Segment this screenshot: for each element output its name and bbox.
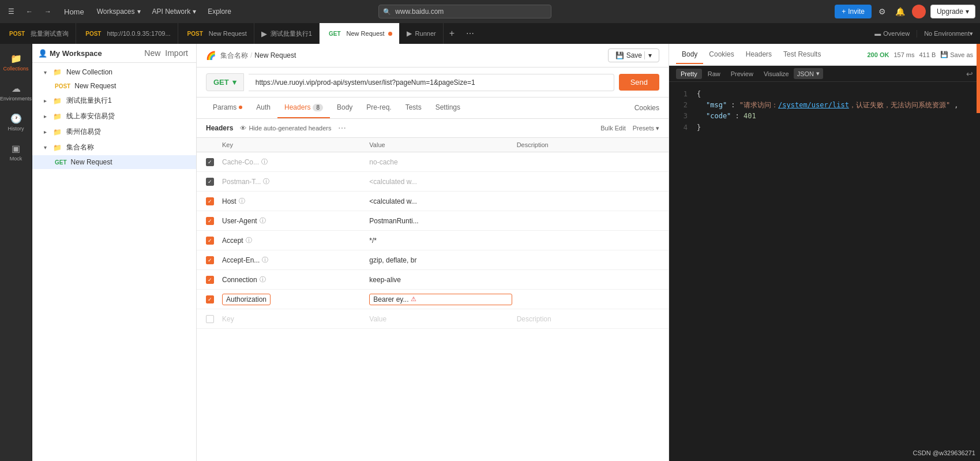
wrap-toggle-button[interactable]: ↩ [966,69,973,78]
environment-select[interactable]: No Environment ▾ [917,30,980,38]
line-number: 1 [676,89,688,100]
headers-toolbar: Headers 👁 Hide auto-generated headers ⋯ … [197,119,669,138]
forward-button[interactable]: → [41,5,55,18]
api-network-dropdown[interactable]: API Network ▾ [149,5,200,18]
sidebar-item-collection-name[interactable]: ▾ 📁 集合名称 [32,140,196,155]
resp-tab-body[interactable]: Body [676,46,703,64]
table-row: ✓ Authorization Bearer ey... ⚠ [197,290,669,309]
table-row: ✓ Accept ⓘ */* [197,231,669,250]
notifications-button[interactable]: 🔔 [893,5,907,18]
new-key-input[interactable]: Key [222,315,234,323]
sidebar-history-button[interactable]: 🕐 History [2,108,30,136]
row-checkbox[interactable]: ✓ [206,197,214,205]
tab-new-request-post[interactable]: POST New Request [178,23,254,44]
tab-auth[interactable]: Auth [249,98,277,118]
info-icon[interactable]: ⓘ [262,256,268,264]
method-select[interactable]: GET ▾ [206,73,244,91]
tab-runner[interactable]: ▶ Runner [400,23,444,44]
row-checkbox[interactable] [206,315,214,323]
explore-link[interactable]: Explore [204,5,235,18]
url-input[interactable] [249,74,614,91]
save-button[interactable]: 💾 Save ▾ [608,48,659,62]
import-button[interactable]: Import [163,47,190,59]
response-size: 411 B [919,51,936,58]
row-checkbox[interactable]: ✓ [206,237,214,245]
sidebar-collections-button[interactable]: 📁 Collections [2,48,30,76]
row-checkbox[interactable]: ✓ [206,178,214,186]
tab-settings[interactable]: Settings [429,98,467,118]
info-icon[interactable]: ⓘ [260,275,266,284]
tab-tests[interactable]: Tests [399,98,429,118]
workspaces-dropdown[interactable]: Workspaces ▾ [93,5,144,18]
table-row: ✓ Postman-T... ⓘ <calculated w... [197,172,669,192]
save-caret-button[interactable]: ▾ [644,51,652,59]
info-icon[interactable]: ⓘ [263,177,269,186]
row-checkbox[interactable]: ✓ [206,276,214,284]
sidebar-mock-button[interactable]: ▣ Mock [2,138,30,166]
code-line: 3 "code" : 401 [676,111,973,122]
visualize-button[interactable]: Visualize [759,69,794,79]
presets-button[interactable]: Presets ▾ [633,125,659,132]
send-button[interactable]: Send [619,74,659,91]
info-icon[interactable]: ⓘ [239,197,245,205]
row-checkbox[interactable]: ✓ [206,217,214,225]
folder-icon: 📁 [53,128,62,136]
method-label: GET [53,159,69,166]
json-link[interactable]: /system/user/list [778,101,849,109]
tab-post-request[interactable]: POST http://10.0.9.35:1709... [76,23,178,44]
search-input[interactable] [378,5,551,18]
resp-tab-headers[interactable]: Headers [740,46,778,64]
tab-body[interactable]: Body [330,98,359,118]
save-response-button[interactable]: 💾 Save as [940,51,973,58]
tab-headers[interactable]: Headers 8 [277,98,330,118]
sidebar-environments-button[interactable]: ☁ Environments [2,78,30,106]
row-checkbox[interactable]: ✓ [206,158,214,166]
tab-prereq[interactable]: Pre-req. [359,98,398,118]
hide-autogenerated-toggle[interactable]: 👁 Hide auto-generated headers [240,125,331,132]
new-desc-input[interactable]: Description [517,315,551,323]
cookies-button[interactable]: Cookies [634,98,659,118]
resp-tab-cookies[interactable]: Cookies [703,46,739,64]
sidebar-item-post-new-request[interactable]: POST New Request [32,79,196,93]
tab-new-request-get[interactable]: GET New Request [320,23,400,44]
sidebar-item-online-tae[interactable]: ▸ 📁 线上泰安信易贷 [32,108,196,124]
authorization-key-cell[interactable]: Authorization [222,294,271,305]
tab-batch-exec[interactable]: ▶ 测试批量执行1 [254,23,320,44]
pretty-button[interactable]: Pretty [676,69,702,79]
resp-tab-test-results[interactable]: Test Results [778,46,827,64]
info-icon[interactable]: ⓘ [246,236,252,245]
format-select[interactable]: JSON ▾ [794,68,823,79]
invite-button[interactable]: + Invite [835,5,872,18]
home-link[interactable]: Home [59,5,89,18]
sidebar-item-new-collection[interactable]: ▾ 📁 New Collection [32,65,196,79]
format-buttons: Pretty Raw Preview Visualize [676,69,794,79]
unsaved-dot [388,32,392,36]
overview-tab[interactable]: ▬ Overview [868,30,917,37]
authorization-value-cell[interactable]: Bearer ey... ⚠ [369,294,512,305]
preview-button[interactable]: Preview [726,69,758,79]
bulk-edit-button[interactable]: Bulk Edit [600,125,625,132]
new-collection-button[interactable]: New [142,47,163,59]
method-badge: POST [7,30,27,38]
avatar[interactable] [912,5,926,18]
back-button[interactable]: ← [22,5,36,18]
new-tab-button[interactable]: + [444,28,460,39]
sidebar-item-batch-exec[interactable]: ▸ 📁 测试批量执行1 [32,93,196,108]
row-checkbox[interactable]: ✓ [206,256,214,264]
info-icon[interactable]: ⓘ [260,216,266,225]
tab-batch-query[interactable]: POST 批量测试查询 [0,23,76,44]
row-checkbox[interactable]: ✓ [206,295,214,303]
sidebar-item-get-new-request[interactable]: GET New Request [32,155,196,169]
more-options-button[interactable]: ⋯ [338,123,346,133]
settings-button[interactable]: ⚙ [876,5,888,18]
hamburger-menu-button[interactable]: ☰ [5,5,18,18]
sidebar-item-quzhou[interactable]: ▸ 📁 衢州信易贷 [32,124,196,140]
upgrade-button[interactable]: Upgrade ▾ [930,5,975,18]
info-icon[interactable]: ⓘ [261,158,268,166]
tab-params[interactable]: Params [206,98,249,118]
code-line: 2 "msg" : "请求访问：/system/user/list，认证失败，无… [676,100,973,111]
more-tabs-button[interactable]: ⋯ [460,29,480,38]
new-value-input[interactable]: Value [369,315,386,323]
raw-button[interactable]: Raw [703,69,725,79]
response-body: 1 { 2 "msg" : "请求访问：/system/user/list，认证… [669,82,980,461]
